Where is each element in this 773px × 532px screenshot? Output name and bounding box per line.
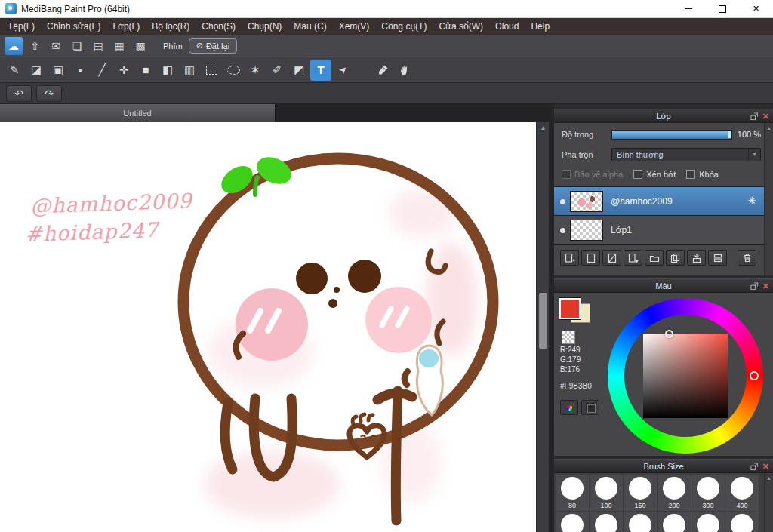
menu-help[interactable]: Help <box>525 18 556 35</box>
tool-bucket[interactable]: ◧ <box>157 60 178 81</box>
layer-panel-scrollbar[interactable]: ▲ <box>764 123 773 275</box>
eraser-icon: ◪ <box>31 63 42 77</box>
blend-mode-select[interactable]: Bình thường ▼ <box>611 148 761 161</box>
menu-tools[interactable]: Công cụ(T) <box>375 18 433 35</box>
duplicate-layer-button[interactable] <box>666 250 685 266</box>
material-panel-button[interactable]: ▩ <box>131 37 149 55</box>
lock-checkbox[interactable] <box>686 170 695 179</box>
popout-icon[interactable] <box>750 463 759 471</box>
tool-hand[interactable] <box>394 60 415 81</box>
panel-close-icon[interactable]: ✕ <box>762 281 769 291</box>
transparent-color-swatch[interactable] <box>562 331 575 344</box>
layer-row-active[interactable]: @hamhoc2009 ✳ <box>554 187 764 216</box>
magic-wand-icon: ✶ <box>251 63 260 77</box>
reset-button[interactable]: ⊘ Đặt lại <box>189 38 237 54</box>
brush-size-cell[interactable]: 400 <box>725 475 759 511</box>
brush-size-cell[interactable] <box>556 512 589 532</box>
sv-marker[interactable] <box>665 330 673 338</box>
chat-button[interactable]: ❏ <box>68 37 86 55</box>
alpha-lock-checkbox[interactable] <box>562 170 571 179</box>
redo-button[interactable]: ↷ <box>36 85 62 102</box>
menu-filter[interactable]: Bộ lọc(R) <box>146 18 196 35</box>
menu-snap[interactable]: Chụp(N) <box>242 18 288 35</box>
layer-row[interactable]: Lớp1 <box>554 216 764 244</box>
swap-colors-icon <box>586 403 596 413</box>
layer-list: @hamhoc2009 ✳ Lớp1 <box>554 186 764 245</box>
tool-select-eraser[interactable]: ◩ <box>288 60 310 81</box>
tool-eyedropper[interactable] <box>372 60 393 81</box>
tool-select-lasso[interactable] <box>223 60 244 81</box>
opacity-slider[interactable] <box>611 130 732 140</box>
brush-size-cell[interactable] <box>725 512 759 532</box>
tool-brush[interactable]: ✎ <box>4 60 25 81</box>
menu-select[interactable]: Chọn(S) <box>196 18 242 35</box>
menu-cloud[interactable]: Cloud <box>489 18 525 35</box>
tool-dot-pen[interactable]: ▪ <box>69 60 91 81</box>
layer-folder-button[interactable] <box>645 250 664 266</box>
brush-size-cell[interactable] <box>658 512 691 532</box>
add-1bit-layer-button[interactable] <box>602 250 621 266</box>
hue-marker[interactable] <box>750 371 759 380</box>
menu-window[interactable]: Cửa sổ(W) <box>433 18 489 35</box>
delete-layer-button[interactable] <box>738 250 756 266</box>
tool-move[interactable]: ✛ <box>113 60 134 81</box>
panel-close-icon[interactable]: ✕ <box>762 462 769 471</box>
add-layer-menu-button[interactable] <box>624 250 642 266</box>
comment-button[interactable]: ✉ <box>47 37 65 55</box>
menu-layer[interactable]: Lớp(L) <box>106 18 146 35</box>
tool-fill-rect[interactable]: ■ <box>135 60 156 81</box>
cloud-save-button[interactable]: ☁ <box>5 37 23 55</box>
brush-size-cell[interactable]: 80 <box>556 475 589 511</box>
foreground-color-swatch[interactable] <box>559 297 581 320</box>
menu-view[interactable]: Xem(V) <box>333 18 376 35</box>
tab-untitled[interactable]: Untitled <box>0 104 276 122</box>
brush-size-cell[interactable] <box>624 512 657 532</box>
brush-size-cell[interactable]: 200 <box>658 475 691 511</box>
tool-eraser[interactable]: ◪ <box>26 60 47 81</box>
brush-size-cell[interactable] <box>590 512 623 532</box>
scroll-up-icon[interactable]: ▲ <box>537 122 550 134</box>
merge-down-button[interactable] <box>687 250 706 266</box>
menu-edit[interactable]: Chỉnh sửa(E) <box>41 18 106 35</box>
publish-button[interactable]: ⇧ <box>26 37 44 55</box>
tool-operation[interactable]: ➤ <box>332 60 353 81</box>
layer-visibility-icon[interactable] <box>560 228 565 233</box>
tool-select-rect[interactable] <box>201 60 222 81</box>
brush-size-cell[interactable] <box>691 512 725 532</box>
canvas-vertical-scrollbar[interactable]: ▲ <box>536 122 549 532</box>
menu-file[interactable]: Tệp(F) <box>2 18 41 35</box>
tool-gradient[interactable]: ▥ <box>179 60 200 81</box>
tool-select-pen[interactable]: ✐ <box>266 60 288 81</box>
maximize-button[interactable] <box>705 0 739 18</box>
tool-line[interactable]: ╱ <box>91 60 112 81</box>
chevron-down-icon: ▼ <box>748 149 760 161</box>
undo-button[interactable]: ↶ <box>6 85 32 102</box>
popout-icon[interactable] <box>750 282 759 291</box>
brush-preview-icon <box>561 514 584 532</box>
clipping-checkbox[interactable] <box>633 170 642 179</box>
brush-panel-scrollbar[interactable]: ▲ <box>764 473 773 532</box>
layer-visibility-icon[interactable] <box>560 199 565 204</box>
canvas-scrollbar-thumb[interactable] <box>539 293 547 349</box>
saturation-value-square[interactable] <box>643 334 728 418</box>
tool-text[interactable]: T <box>310 60 331 81</box>
combine-layers-button[interactable] <box>708 250 727 266</box>
window-layout-button[interactable]: ▦ <box>110 37 128 55</box>
tool-magic-wand[interactable]: ✶ <box>245 60 266 81</box>
menu-color[interactable]: Màu (C) <box>288 18 332 35</box>
brush-size-cell[interactable]: 300 <box>691 475 725 511</box>
document-button[interactable]: ▤ <box>89 37 107 55</box>
layer-settings-icon[interactable]: ✳ <box>747 195 756 206</box>
add-layer-button[interactable] <box>560 250 579 266</box>
brush-size-cell[interactable]: 100 <box>590 475 623 511</box>
close-button[interactable]: ✕ <box>739 0 773 18</box>
tool-stamp[interactable]: ▣ <box>48 60 69 81</box>
color-swap-button[interactable] <box>581 400 599 415</box>
panel-close-icon[interactable]: ✕ <box>762 112 769 121</box>
popout-icon[interactable] <box>750 112 759 121</box>
color-wheel-mode-button[interactable] <box>560 400 578 415</box>
add-halftone-layer-button[interactable] <box>581 250 600 266</box>
canvas[interactable]: @hamhoc2009 #hoidap247 <box>0 122 536 532</box>
brush-size-cell[interactable]: 150 <box>624 475 657 511</box>
minimize-button[interactable] <box>671 0 705 18</box>
